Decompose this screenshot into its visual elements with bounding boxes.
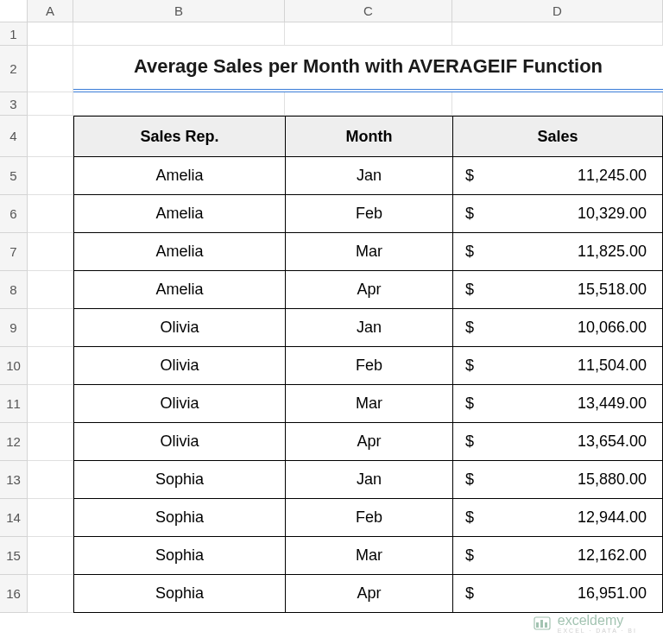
col-header-C[interactable]: C — [285, 0, 452, 22]
row-header-11[interactable]: 11 — [0, 385, 28, 423]
cell-D1[interactable] — [452, 22, 663, 46]
col-header-A[interactable]: A — [28, 0, 73, 22]
cell-A5[interactable] — [28, 157, 73, 195]
row-header-1[interactable]: 1 — [0, 22, 28, 46]
table-cell-rep[interactable]: Sophia — [73, 499, 285, 537]
sales-amount: 16,951.00 — [578, 584, 652, 603]
table-cell-rep[interactable]: Olivia — [73, 385, 285, 423]
table-cell-sales[interactable]: $12,162.00 — [452, 537, 663, 575]
table-cell-rep[interactable]: Sophia — [73, 537, 285, 575]
row-header-13[interactable]: 13 — [0, 461, 28, 499]
cell-C3[interactable] — [285, 92, 452, 116]
table-cell-sales[interactable]: $11,504.00 — [452, 347, 663, 385]
row-header-8[interactable]: 8 — [0, 271, 28, 309]
table-cell-month[interactable]: Feb — [285, 347, 452, 385]
table-cell-month[interactable]: Mar — [285, 537, 452, 575]
row-header-4[interactable]: 4 — [0, 116, 28, 157]
currency-symbol: $ — [464, 243, 474, 261]
table-cell-rep[interactable]: Olivia — [73, 347, 285, 385]
cell-A9[interactable] — [28, 309, 73, 347]
table-cell-sales[interactable]: $13,654.00 — [452, 423, 663, 461]
row-headers: 12345678910111213141516 — [0, 22, 28, 613]
cell-A3[interactable] — [28, 92, 73, 116]
currency-symbol: $ — [464, 432, 474, 451]
row-header-14[interactable]: 14 — [0, 499, 28, 537]
table-cell-sales[interactable]: $16,951.00 — [452, 575, 663, 613]
table-cell-rep[interactable]: Olivia — [73, 423, 285, 461]
sales-amount: 11,245.00 — [578, 167, 652, 185]
col-header-B[interactable]: B — [73, 0, 285, 22]
sales-amount: 10,066.00 — [578, 319, 652, 337]
table-cell-sales[interactable]: $15,518.00 — [452, 271, 663, 309]
cell-A16[interactable] — [28, 575, 73, 613]
sales-amount: 13,654.00 — [578, 432, 652, 451]
cell-A4[interactable] — [28, 116, 73, 157]
currency-symbol: $ — [464, 319, 474, 337]
cell-A11[interactable] — [28, 385, 73, 423]
row-header-10[interactable]: 10 — [0, 347, 28, 385]
cell-A2[interactable] — [28, 46, 73, 92]
row-header-3[interactable]: 3 — [0, 92, 28, 116]
cell-C1[interactable] — [285, 22, 452, 46]
table-cell-rep[interactable]: Amelia — [73, 271, 285, 309]
table-cell-sales[interactable]: $10,066.00 — [452, 309, 663, 347]
select-all-corner[interactable] — [0, 0, 28, 22]
table-cell-month[interactable]: Apr — [285, 271, 452, 309]
cell-A7[interactable] — [28, 233, 73, 271]
table-cell-month[interactable]: Jan — [285, 157, 452, 195]
sales-amount: 15,880.00 — [578, 470, 652, 489]
watermark: exceldemy EXCEL · DATA · BI — [532, 613, 637, 634]
table-cell-rep[interactable]: Amelia — [73, 157, 285, 195]
table-cell-month[interactable]: Mar — [285, 385, 452, 423]
currency-symbol: $ — [464, 470, 474, 489]
row-header-9[interactable]: 9 — [0, 309, 28, 347]
cell-A6[interactable] — [28, 195, 73, 233]
currency-symbol: $ — [464, 395, 474, 413]
table-cell-month[interactable]: Mar — [285, 233, 452, 271]
row-header-2[interactable]: 2 — [0, 46, 28, 92]
cell-B1[interactable] — [73, 22, 285, 46]
table-cell-sales[interactable]: $11,825.00 — [452, 233, 663, 271]
row-header-15[interactable]: 15 — [0, 537, 28, 575]
table-cell-sales[interactable]: $10,329.00 — [452, 195, 663, 233]
cell-A10[interactable] — [28, 347, 73, 385]
cell-B3[interactable] — [73, 92, 285, 116]
watermark-brand: exceldemy — [558, 614, 637, 628]
svg-rect-1 — [536, 622, 539, 628]
row-header-5[interactable]: 5 — [0, 157, 28, 195]
row-header-12[interactable]: 12 — [0, 423, 28, 461]
table-cell-sales[interactable]: $11,245.00 — [452, 157, 663, 195]
table-cell-rep[interactable]: Amelia — [73, 195, 285, 233]
table-cell-month[interactable]: Feb — [285, 499, 452, 537]
cell-A14[interactable] — [28, 499, 73, 537]
table-cell-sales[interactable]: $12,944.00 — [452, 499, 663, 537]
cell-A1[interactable] — [28, 22, 73, 46]
table-cell-sales[interactable]: $15,880.00 — [452, 461, 663, 499]
table-cell-rep[interactable]: Sophia — [73, 575, 285, 613]
row-header-7[interactable]: 7 — [0, 233, 28, 271]
cell-A13[interactable] — [28, 461, 73, 499]
table-cell-rep[interactable]: Olivia — [73, 309, 285, 347]
page-title[interactable]: Average Sales per Month with AVERAGEIF F… — [73, 46, 663, 92]
exceldemy-logo-icon — [532, 613, 552, 634]
watermark-sub: EXCEL · DATA · BI — [558, 628, 637, 634]
cell-A12[interactable] — [28, 423, 73, 461]
table-cell-month[interactable]: Feb — [285, 195, 452, 233]
table-cell-rep[interactable]: Sophia — [73, 461, 285, 499]
table-cell-month[interactable]: Apr — [285, 575, 452, 613]
table-cell-month[interactable]: Jan — [285, 309, 452, 347]
column-headers: ABCD — [28, 0, 663, 22]
table-cell-month[interactable]: Jan — [285, 461, 452, 499]
table-cell-month[interactable]: Apr — [285, 423, 452, 461]
table-header-rep[interactable]: Sales Rep. — [73, 116, 285, 157]
cell-D3[interactable] — [452, 92, 663, 116]
table-header-month[interactable]: Month — [285, 116, 452, 157]
col-header-D[interactable]: D — [452, 0, 663, 22]
table-cell-sales[interactable]: $13,449.00 — [452, 385, 663, 423]
cell-A8[interactable] — [28, 271, 73, 309]
cell-A15[interactable] — [28, 537, 73, 575]
row-header-6[interactable]: 6 — [0, 195, 28, 233]
row-header-16[interactable]: 16 — [0, 575, 28, 613]
table-cell-rep[interactable]: Amelia — [73, 233, 285, 271]
table-header-sales[interactable]: Sales — [452, 116, 663, 157]
